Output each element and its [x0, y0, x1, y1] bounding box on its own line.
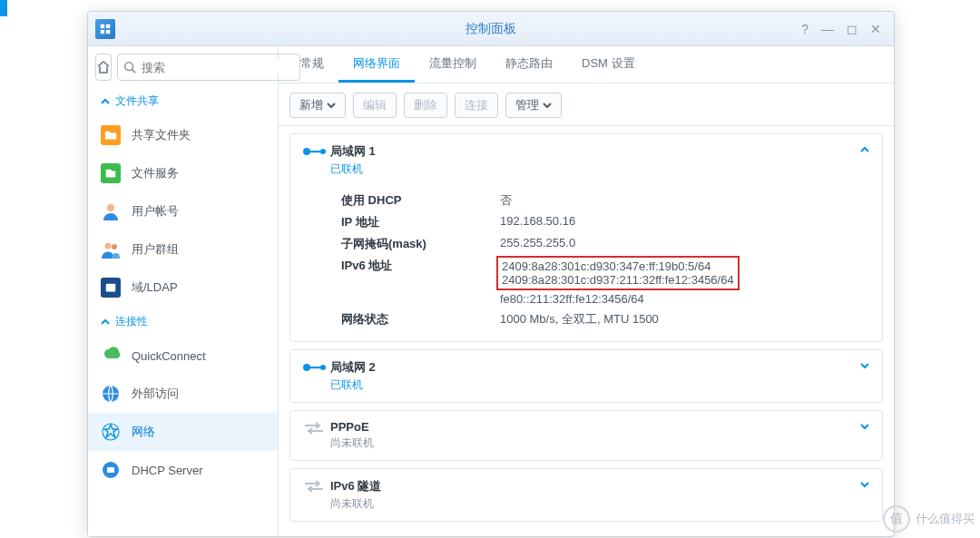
- interface-title: 局域网 2: [330, 359, 376, 376]
- ethernet-icon: [303, 145, 330, 161]
- titlebar: 控制面板 ? — ◻ ✕: [88, 12, 894, 46]
- svg-rect-3: [106, 29, 110, 33]
- highlight-ipv6-box: 2409:8a28:301c:d930:347e:ff:19b0:5/64 24…: [496, 256, 740, 290]
- globe-icon: [101, 384, 121, 404]
- search-input-wrap[interactable]: [117, 54, 300, 81]
- chevron-down-icon: [860, 359, 869, 373]
- arrows-icon: [303, 422, 330, 437]
- arrows-icon: [303, 480, 330, 495]
- svg-point-4: [125, 63, 133, 71]
- tab-network-interface[interactable]: 网络界面: [338, 46, 415, 83]
- interface-header-lan1[interactable]: 局域网 1 已联机: [290, 134, 882, 186]
- decor-blue-bar: [0, 0, 7, 16]
- delete-button[interactable]: 删除: [404, 93, 447, 118]
- help-icon[interactable]: ?: [801, 22, 808, 36]
- app-icon: [95, 19, 115, 39]
- toolbar: 新增 编辑 删除 连接 管理: [279, 83, 894, 126]
- interface-title: PPPoE: [330, 420, 374, 434]
- sidebar-item-shared-folder[interactable]: 共享文件夹: [88, 116, 278, 154]
- chevron-down-icon: [327, 99, 336, 112]
- interface-status: 尚未联机: [330, 496, 381, 512]
- tab-static-route[interactable]: 静态路由: [491, 46, 567, 83]
- search-icon: [123, 61, 136, 73]
- chevron-down-icon: [543, 99, 552, 112]
- tab-dsm-settings[interactable]: DSM 设置: [567, 46, 650, 83]
- home-button[interactable]: [95, 54, 112, 81]
- group-icon: [101, 240, 121, 259]
- sidebar-item-dhcp-server[interactable]: DHCP Server: [88, 451, 278, 489]
- close-icon[interactable]: ✕: [870, 22, 881, 36]
- interface-lan1: 局域网 1 已联机 使用 DHCP否 IP 地址192.168.50.16 子网…: [289, 133, 883, 342]
- watermark: 值 什么值得买: [883, 505, 975, 533]
- svg-rect-2: [101, 29, 104, 33]
- tab-traffic-control[interactable]: 流量控制: [415, 46, 491, 83]
- sidebar-item-file-services[interactable]: 文件服务: [88, 154, 278, 192]
- svg-rect-18: [309, 367, 321, 368]
- interface-ipv6-tunnel: IPv6 隧道 尚未联机: [289, 468, 883, 522]
- interface-title: IPv6 隧道: [330, 478, 381, 494]
- interface-status: 尚未联机: [330, 435, 374, 451]
- sidebar-item-user-account[interactable]: 用户帐号: [88, 192, 278, 230]
- svg-rect-1: [106, 24, 110, 27]
- svg-point-6: [105, 243, 112, 249]
- tab-bar: 常规 网络界面 流量控制 静态路由 DSM 设置: [279, 46, 894, 83]
- manage-button[interactable]: 管理: [505, 93, 562, 118]
- file-services-icon: [101, 163, 121, 183]
- ldap-icon: [101, 278, 121, 298]
- interface-header-pppoe[interactable]: PPPoE 尚未联机: [290, 411, 882, 460]
- interface-details-lan1: 使用 DHCP否 IP 地址192.168.50.16 子网掩码(mask)25…: [290, 186, 882, 341]
- svg-rect-15: [309, 151, 321, 152]
- ipv6-address: 2409:8a28:301c:d937:211:32ff:fe12:3456/6…: [502, 273, 734, 287]
- interface-pppoe: PPPoE 尚未联机: [289, 410, 883, 461]
- quickconnect-icon: [101, 346, 121, 366]
- minimize-icon[interactable]: —: [821, 22, 834, 36]
- ipv6-address: 2409:8a28:301c:d930:347e:ff:19b0:5/64: [502, 259, 734, 273]
- edit-button[interactable]: 编辑: [353, 93, 397, 118]
- window-title: 控制面板: [88, 21, 894, 37]
- dhcp-icon: [101, 460, 121, 480]
- interface-header-lan2[interactable]: 局域网 2 已联机: [290, 350, 882, 402]
- sidebar-item-domain-ldap[interactable]: 域/LDAP: [88, 269, 278, 307]
- ethernet-icon: [303, 361, 330, 377]
- search-input[interactable]: [142, 61, 294, 74]
- chevron-up-icon: [860, 143, 869, 157]
- interface-list: 局域网 1 已联机 使用 DHCP否 IP 地址192.168.50.16 子网…: [279, 126, 894, 536]
- tab-general[interactable]: 常规: [286, 46, 338, 83]
- svg-point-5: [107, 204, 114, 211]
- svg-point-7: [112, 244, 117, 249]
- network-icon: [101, 422, 121, 442]
- svg-rect-8: [106, 284, 116, 292]
- sidebar-item-user-group[interactable]: 用户群组: [88, 230, 278, 269]
- add-button[interactable]: 新增: [289, 93, 346, 118]
- svg-rect-12: [107, 467, 114, 473]
- maximize-icon[interactable]: ◻: [847, 22, 858, 36]
- folder-icon: [101, 125, 121, 145]
- user-icon: [101, 201, 121, 221]
- category-file-sharing[interactable]: 文件共享: [88, 86, 278, 116]
- interface-title: 局域网 1: [330, 143, 376, 160]
- chevron-down-icon: [860, 420, 869, 434]
- interface-lan2: 局域网 2 已联机: [289, 349, 883, 403]
- sidebar-item-network[interactable]: 网络: [88, 413, 278, 451]
- sidebar: 文件共享 共享文件夹 文件服务 用户帐号 用户群组 域/LDAP: [88, 46, 279, 536]
- interface-status: 已联机: [330, 161, 376, 177]
- main-panel: 常规 网络界面 流量控制 静态路由 DSM 设置 新增 编辑 删除 连接 管理: [279, 46, 894, 536]
- interface-header-ipv6-tunnel[interactable]: IPv6 隧道 尚未联机: [290, 469, 882, 521]
- control-panel-window: 控制面板 ? — ◻ ✕ 文件共享: [87, 11, 895, 537]
- connect-button[interactable]: 连接: [455, 93, 498, 118]
- category-connectivity[interactable]: 连接性: [88, 307, 278, 337]
- svg-rect-0: [101, 24, 104, 27]
- ipv6-address: fe80::211:32ff:fe12:3456/64: [500, 292, 869, 306]
- interface-status: 已联机: [330, 377, 376, 393]
- sidebar-item-quickconnect[interactable]: QuickConnect: [88, 337, 278, 375]
- sidebar-item-external-access[interactable]: 外部访问: [88, 375, 278, 413]
- chevron-down-icon: [860, 478, 869, 492]
